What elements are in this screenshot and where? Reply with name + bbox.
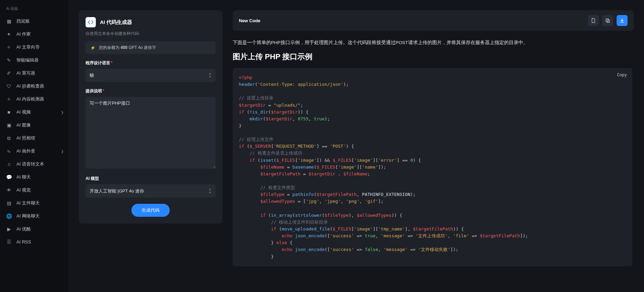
document-button[interactable] [588,15,599,26]
chevron-right-icon: ❯ [61,149,64,153]
balance-text: 您的余额为 400 GPT 4o 迷你字 [99,45,156,51]
sidebar-item-label: AI 文件聊天 [16,200,40,206]
chevron-right-icon: ❯ [61,110,64,114]
sidebar: AI 面板 ▦ 挡泥板 ✦ AI 作家 ✧ AI 文章向导 ✎ 智能编辑器 ✐ … [0,0,68,292]
gallery-icon: ⧉ [6,135,12,141]
code-icon [86,17,96,27]
instructions-label: 提供说明* [86,88,216,94]
sidebar-item-label: AI 语音转文本 [16,161,44,167]
sidebar-item-video[interactable]: ■ AI 视频 ❯ [0,106,68,119]
sidebar-item-label: 挡泥板 [16,18,30,24]
sidebar-item-label: 智能编辑器 [16,57,39,63]
output-panel: 下面是一个简单的PHP接口示例，用于处理图片上传。这个代码段将接受通过POST请… [233,10,634,292]
sidebar-item-detector[interactable]: ⌗ AI 内容检测器 [0,93,68,106]
sidebar-item-label: AI 文章向导 [16,44,40,50]
model-label: AI 模型 [86,176,216,182]
sidebar-item-gallery[interactable]: ⧉ AI 照相馆 [0,132,68,145]
sidebar-item-label: AI 优酷 [16,226,31,232]
youtube-icon: ▶ [6,226,12,232]
select-chevron-icon: ▲▼ [208,72,211,79]
sparkle-icon: ✦ [6,31,12,37]
generate-button[interactable]: 生成代码 [131,204,170,217]
scan-icon: ⌗ [6,96,12,102]
panel-title: AI 代码生成器 [100,19,132,26]
sidebar-item-vision[interactable]: 👁 AI 视觉 [0,184,68,197]
output-description: 下面是一个简单的PHP接口示例，用于处理图片上传。这个代码段将接受通过POST请… [233,39,632,47]
filechat-icon: ▤ [6,200,12,206]
sidebar-item-plagiarism[interactable]: 🛡 AI 抄袭检查器 [0,80,68,93]
sidebar-section-header: AI 面板 [0,6,68,15]
copy-button[interactable] [602,15,613,26]
output-header [233,10,634,31]
model-select[interactable]: 开放人工智能 |GPT 4o 迷你 ▲▼ [86,184,216,198]
code-content: <?php header('Content-Type: application/… [239,74,626,260]
pen-icon: ✎ [6,57,12,63]
code-generator-form: AI 代码生成器 仅使用文本命令创建各种代码 ⚡ 您的余额为 400 GPT 4… [79,10,222,224]
sidebar-item-label: AI 照相馆 [16,135,35,141]
language-select[interactable]: 蟒 ▲▼ [86,69,216,82]
sidebar-item-label: AI 视觉 [16,187,31,193]
language-label: 程序设计语言* [86,60,216,66]
panel-subtitle: 仅使用文本命令创建各种代码 [86,31,216,37]
sidebar-item-article-wizard[interactable]: ✧ AI 文章向导 [0,41,68,54]
output-title-input[interactable] [239,18,584,23]
pencil-icon: ✐ [6,70,12,76]
sidebar-item-speech-to-text[interactable]: ♫ AI 语音转文本 [0,158,68,171]
sidebar-item-chat[interactable]: 💬 AI 聊天 [0,171,68,184]
eye-icon: 👁 [6,187,12,193]
sidebar-item-label: AI 抄袭检查器 [16,83,44,89]
output-heading: 图片上传 PHP 接口示例 [233,52,632,62]
sidebar-item-label: AI 网络聊天 [16,213,40,219]
shield-icon: 🛡 [6,83,12,89]
balance-box: ⚡ 您的余额为 400 GPT 4o 迷你字 [86,41,216,54]
code-copy-button[interactable]: Copy [617,72,627,79]
image-icon: ▣ [6,122,12,128]
sidebar-item-label: AI RSS [16,239,31,244]
sidebar-item-label: AI 聊天 [16,174,31,180]
sidebar-item-file-chat[interactable]: ▤ AI 文件聊天 [0,197,68,210]
code-block: Copy <?php header('Content-Type: applica… [233,68,632,266]
wand-icon: ✧ [6,44,12,50]
sidebar-item-web-chat[interactable]: 🌐 AI 网络聊天 [0,210,68,223]
sidebar-item-label: AI 重写器 [16,70,35,76]
dashboard-icon: ▦ [6,18,12,24]
bolt-icon: ⚡ [90,45,95,50]
wave-icon: ∿ [6,148,12,154]
sidebar-item-label: AI 画外音 [16,148,35,154]
language-value: 蟒 [90,72,94,79]
sidebar-item-rewriter[interactable]: ✐ AI 重写器 [0,67,68,80]
sidebar-item-dashboard[interactable]: ▦ 挡泥板 [0,15,68,28]
model-value: 开放人工智能 |GPT 4o 迷你 [90,188,144,194]
export-button[interactable] [617,15,628,26]
chat-icon: 💬 [6,174,12,180]
sidebar-item-label: AI 内容检测器 [16,96,44,102]
video-icon: ■ [6,109,12,115]
sidebar-item-label: AI 作家 [16,31,31,37]
sidebar-item-writer[interactable]: ✦ AI 作家 [0,28,68,41]
select-chevron-icon: ▲▼ [208,188,211,194]
sidebar-item-rss[interactable]: ☰ AI RSS [0,236,68,248]
instructions-textarea[interactable] [86,97,216,169]
sidebar-item-voiceover[interactable]: ∿ AI 画外音 ❯ [0,145,68,158]
rss-icon: ☰ [6,239,12,244]
sidebar-item-image[interactable]: ▣ AI 图像 [0,119,68,132]
sidebar-item-label: AI 图像 [16,122,31,128]
sidebar-item-label: AI 视频 [16,109,31,115]
sidebar-item-youku[interactable]: ▶ AI 优酷 [0,223,68,236]
audio-icon: ♫ [6,161,12,167]
sidebar-item-smart-editor[interactable]: ✎ 智能编辑器 [0,54,68,67]
web-icon: 🌐 [6,213,12,219]
